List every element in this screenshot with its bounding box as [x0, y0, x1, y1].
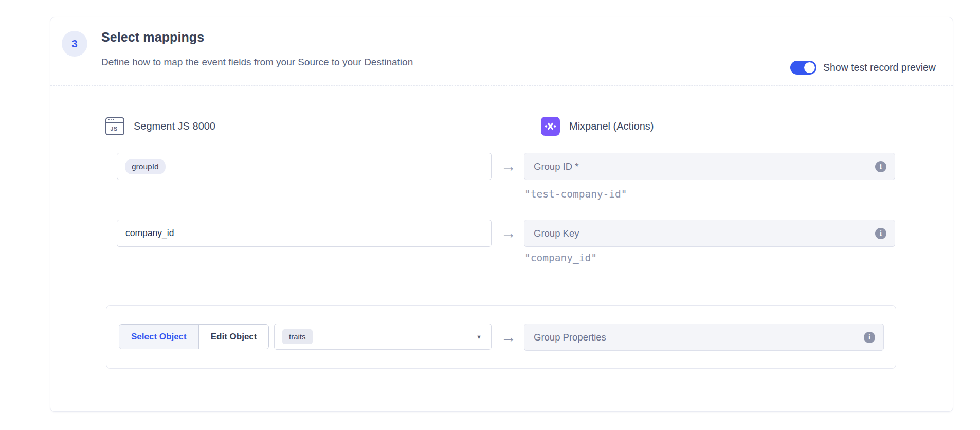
object-mode-button-group: Select Object Edit Object — [119, 324, 269, 349]
arrow-right-icon: → — [497, 157, 520, 175]
source-name: Segment JS 8000 — [134, 120, 215, 132]
destination-field-group-key: Group Key i — [524, 220, 895, 247]
chevron-down-icon: ▼ — [476, 334, 482, 340]
object-source-select[interactable]: traits ▼ — [274, 324, 492, 350]
source-column-header: JS Segment JS 8000 — [105, 116, 215, 136]
destination-column-header: Mixpanel (Actions) — [541, 116, 654, 136]
destination-field-label: Group Properties — [534, 332, 606, 343]
show-test-record-toggle-label: Show test record preview — [823, 62, 936, 74]
edit-object-button[interactable]: Edit Object — [199, 325, 269, 349]
destination-field-group-properties: Group Properties i — [524, 324, 884, 351]
page-subtitle: Define how to map the event fields from … — [101, 57, 413, 68]
source-token-pill[interactable]: groupId — [125, 159, 166, 174]
arrow-right-icon: → — [497, 328, 520, 346]
step-number-badge: 3 — [62, 31, 87, 57]
source-text-value: company_id — [125, 228, 174, 239]
destination-field-label: Group ID * — [534, 161, 578, 172]
info-icon[interactable]: i — [864, 332, 875, 343]
info-icon[interactable]: i — [875, 228, 886, 239]
destination-field-group-id: Group ID * i — [524, 153, 895, 180]
browser-titlebar-dots — [106, 118, 123, 123]
source-field-input-groupid[interactable]: groupId — [117, 153, 492, 180]
page-title: Select mappings — [101, 30, 204, 45]
source-field-input-company-id[interactable]: company_id — [117, 220, 492, 247]
destination-field-label: Group Key — [534, 228, 579, 239]
arrow-right-icon: → — [497, 224, 520, 242]
toggle-knob — [804, 62, 815, 73]
section-divider — [106, 286, 896, 286]
test-preview-value: "test-company-id" — [524, 188, 627, 200]
mixpanel-icon — [541, 117, 560, 136]
header-divider — [50, 85, 953, 86]
browser-js-icon: JS — [105, 117, 124, 135]
selected-object-token: traits — [282, 329, 313, 344]
destination-name: Mixpanel (Actions) — [569, 120, 654, 132]
select-object-button[interactable]: Select Object — [119, 325, 199, 349]
show-test-record-toggle[interactable] — [790, 61, 816, 75]
mappings-page: 3 Select mappings Define how to map the … — [0, 0, 980, 430]
test-preview-value: "company_id" — [524, 252, 597, 264]
info-icon[interactable]: i — [875, 161, 886, 172]
